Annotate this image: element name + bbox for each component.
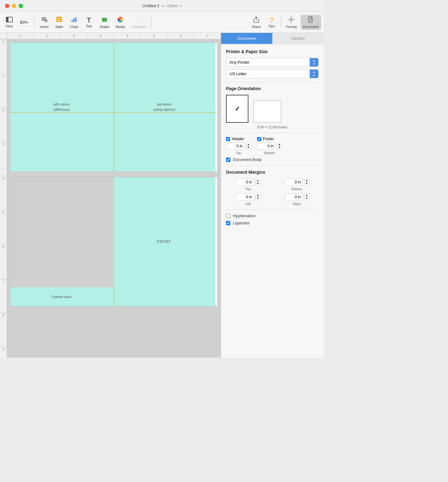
ruler-h-6: 6: [167, 33, 194, 39]
margins-section-title: Document Margins: [226, 170, 319, 175]
footer-sub-label: Bottom: [257, 151, 282, 155]
tips-button[interactable]: ? Tips: [265, 16, 278, 29]
printer-up-arrow: ▲: [313, 59, 316, 62]
margin-left-input[interactable]: [236, 193, 254, 201]
tab-section[interactable]: Section: [272, 33, 324, 44]
table-button[interactable]: Table: [52, 15, 66, 30]
header-step-up[interactable]: ▲: [246, 143, 251, 146]
panel-tabs: Document Section: [221, 33, 324, 44]
header-input[interactable]: [226, 142, 245, 150]
footer-checkbox[interactable]: [257, 137, 261, 141]
paper-dropdown-button[interactable]: ▲ ▼: [310, 70, 318, 78]
format-button[interactable]: Format: [284, 15, 299, 30]
landscape-preview: [253, 100, 281, 123]
margin-bottom-down[interactable]: ▼: [304, 182, 309, 186]
ruler-h-5: 5: [141, 33, 167, 39]
ruler-v-1: 1: [0, 73, 7, 108]
margin-top-down[interactable]: ▼: [256, 182, 261, 186]
svg-rect-7: [56, 19, 59, 20]
margin-top-input[interactable]: [236, 178, 254, 186]
view-button[interactable]: View: [2, 16, 16, 29]
printer-dropdown-wrapper: Any Printer ▲ ▼: [226, 58, 319, 67]
margin-bottom-input[interactable]: [284, 178, 303, 186]
front-label: FRONT: [157, 240, 171, 244]
paper-down-arrow: ▼: [313, 74, 316, 77]
margins-grid: ▲ ▼ Top ▲ ▼: [226, 178, 319, 206]
ruler-v-4: 4: [0, 176, 7, 210]
footer-step-down[interactable]: ▼: [277, 146, 282, 149]
shape-button[interactable]: Shape: [97, 15, 112, 30]
margin-top-up[interactable]: ▲: [256, 179, 261, 182]
doc-body-row: Document Body: [226, 157, 319, 162]
paper-up-arrow: ▲: [313, 71, 316, 74]
svg-rect-11: [72, 20, 73, 22]
canvas-content[interactable]: (message) inside right (usually blank) i…: [7, 39, 221, 358]
media-button[interactable]: Media: [113, 15, 127, 30]
minimize-button[interactable]: [12, 4, 16, 8]
printer-dropdown-button[interactable]: ▲ ▼: [310, 58, 318, 67]
footer-input[interactable]: [257, 142, 276, 150]
title-chevron-icon[interactable]: ▾: [180, 4, 181, 7]
ruler-v-9: 9: [0, 347, 7, 358]
chart-button[interactable]: Chart: [67, 15, 81, 30]
document-button[interactable]: Document: [301, 15, 321, 30]
header-input-row: ▲ ▼: [226, 142, 251, 150]
margin-bottom-item: ▲ ▼ Bottom: [275, 178, 319, 191]
titlebar: Untitled 2 — Edited ▾: [0, 0, 324, 12]
insert-label: Insert: [40, 25, 48, 29]
ruler-horizontal: 0 1 2 3 4 5 6 7 8: [0, 33, 221, 39]
ligatures-label[interactable]: Ligatures: [233, 221, 249, 225]
ruler-h-ticks: 0 1 2 3 4 5 6 7 8: [7, 33, 221, 39]
footer-step-up[interactable]: ▲: [277, 143, 282, 146]
margin-right-up[interactable]: ▲: [304, 194, 309, 197]
orientation-options: ✓: [226, 95, 319, 123]
hyphenation-checkbox[interactable]: [226, 214, 230, 218]
main-content: 0 1 2 3 4 5 6 7 8 0 1 2 3 4 5 6 7: [0, 33, 324, 358]
zoom-button[interactable]: 82% ▾: [17, 19, 32, 26]
fullscreen-button[interactable]: [19, 4, 23, 8]
page-inside-left[interactable]: (usually blank) inside left: [113, 43, 215, 172]
page-spread-top: (message) inside right (usually blank) i…: [10, 42, 218, 172]
page-front[interactable]: FRONT: [113, 177, 215, 306]
tab-document[interactable]: Document: [221, 33, 272, 44]
ruler-v-3: 3: [0, 142, 7, 176]
share-button[interactable]: Share: [249, 15, 263, 30]
edited-badge: Edited: [167, 4, 178, 8]
close-button[interactable]: [5, 4, 9, 8]
margin-left-down[interactable]: ▼: [256, 197, 261, 200]
paper-dropdown-wrapper: US Letter US Legal A4 ▲ ▼: [226, 69, 319, 78]
view-icon: [6, 17, 13, 24]
doc-body-label[interactable]: Document Body: [233, 157, 262, 162]
footer-label[interactable]: Footer: [263, 137, 274, 141]
svg-rect-10: [59, 21, 62, 22]
paper-select[interactable]: US Letter US Legal A4: [226, 70, 310, 78]
hyphenation-label[interactable]: Hyphenation: [233, 213, 256, 218]
zoom-value: 82%: [20, 20, 27, 25]
divider-2: [226, 133, 319, 133]
ruler-v-7: 7: [0, 278, 7, 313]
insert-button[interactable]: Insert: [37, 15, 51, 30]
margin-right-input[interactable]: [284, 193, 303, 201]
orientation-landscape[interactable]: [253, 100, 281, 123]
orientation-portrait[interactable]: ✓: [226, 95, 248, 123]
margin-right-row: ▲ ▼: [284, 193, 309, 201]
margin-right-label: Right: [293, 202, 301, 206]
header-label[interactable]: Header: [232, 137, 244, 141]
document-icon: [307, 16, 314, 24]
printer-select[interactable]: Any Printer: [226, 58, 310, 67]
header-checkbox[interactable]: [226, 137, 230, 141]
ligatures-checkbox[interactable]: [226, 221, 230, 225]
margin-left-up[interactable]: ▲: [256, 194, 261, 197]
margin-right-down[interactable]: ▼: [304, 197, 309, 200]
page-inside-right[interactable]: (message) inside right: [10, 43, 113, 172]
margin-bottom-up[interactable]: ▲: [304, 179, 309, 182]
doc-body-checkbox[interactable]: [226, 158, 230, 162]
text-button[interactable]: T Text: [82, 16, 96, 29]
svg-rect-22: [308, 17, 312, 22]
page-outside-back[interactable]: Outside back: [10, 177, 113, 306]
share-label: Share: [252, 25, 261, 29]
margin-bottom-stepper: ▲ ▼: [304, 179, 309, 186]
header-step-down[interactable]: ▼: [246, 146, 251, 149]
divider-4: [226, 209, 319, 210]
comment-button[interactable]: Comment: [129, 15, 149, 30]
